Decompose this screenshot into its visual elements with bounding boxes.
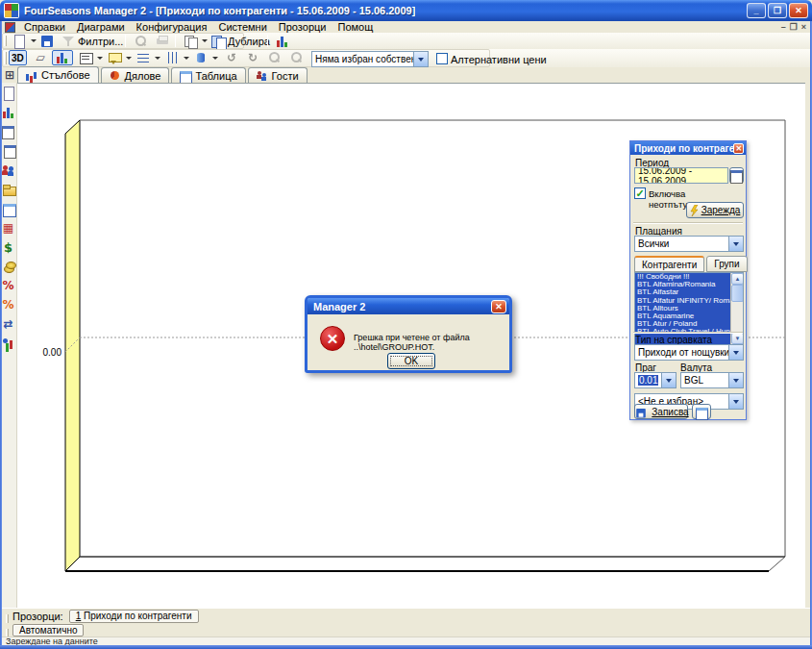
tab-table[interactable]: Таблица — [171, 67, 245, 83]
perspective-button[interactable]: ▱ — [30, 50, 51, 65]
tab-groups[interactable]: Групи — [706, 256, 747, 272]
filters-button[interactable]: Филтри... — [58, 34, 126, 48]
rotate-right-button[interactable]: ↻ — [242, 50, 263, 65]
tab-pie[interactable]: Дялове — [101, 67, 170, 83]
load-button[interactable]: Зарежда — [686, 202, 744, 218]
save-icon — [635, 407, 648, 416]
menu-windows[interactable]: Прозорци — [273, 21, 332, 33]
tab-columns-label: Стълбове — [41, 69, 90, 81]
new-document-icon — [12, 34, 27, 49]
chevron-down-icon[interactable] — [728, 237, 743, 251]
occupancy-grid-icon[interactable]: ▦ — [1, 220, 16, 236]
3d-toggle-button[interactable]: 3D — [9, 50, 27, 65]
labels-button[interactable] — [104, 50, 135, 65]
auto-bar: Автоматично — [2, 623, 810, 637]
payments-icon[interactable] — [1, 259, 16, 274]
legend-button[interactable] — [75, 50, 106, 65]
mdi-close-button[interactable]: × — [801, 22, 806, 32]
panel-title-bar[interactable]: Приходи по контрагенти ✕ — [630, 141, 746, 155]
menu-configuration[interactable]: Конфигурация — [131, 21, 213, 33]
callout-icon — [107, 50, 122, 65]
copy-button[interactable] — [180, 34, 210, 48]
scroll-up-icon[interactable]: ▲ — [731, 273, 744, 285]
report-type-combo[interactable]: Приходи от нощувки — [634, 344, 744, 361]
menu-reports[interactable]: Справки — [18, 21, 71, 33]
table-view-button[interactable] — [692, 404, 711, 419]
period-field[interactable]: 15.06.2009 - 15.06.2009 — [634, 167, 728, 184]
bar-style-button[interactable] — [190, 50, 221, 65]
menu-system[interactable]: Системни — [212, 21, 272, 33]
discount-icon[interactable]: % — [1, 278, 16, 293]
zoom-out-button[interactable] — [263, 50, 284, 65]
tile-windows-icon: ⊞ — [2, 67, 17, 83]
tile-windows-button[interactable]: ⊞ — [2, 67, 17, 83]
chart-icon — [275, 34, 290, 49]
window-tab-button[interactable]: 1 Приходи по контрагенти — [69, 610, 199, 623]
vertical-grid-button[interactable] — [161, 50, 192, 65]
menu-help[interactable]: Помощ — [332, 21, 379, 33]
print-button[interactable] — [152, 34, 173, 48]
title-bar[interactable]: FourSeasons Manager 2 - [Приходи по конт… — [0, 0, 812, 21]
mdi-restore-button[interactable]: ❐ — [790, 22, 798, 32]
folder-icon[interactable] — [1, 182, 16, 197]
include-guests-checkbox[interactable]: ✓ — [634, 187, 646, 199]
dialog-title-bar[interactable]: Manager 2 ✕ — [308, 298, 509, 314]
chevron-down-icon[interactable] — [728, 373, 743, 387]
toolbar-grip[interactable] — [4, 36, 7, 46]
rotate-left-button[interactable]: ↺ — [221, 50, 242, 65]
payments-combo[interactable]: Всички — [634, 236, 744, 252]
minimize-button[interactable]: _ — [747, 3, 766, 18]
new-report-button[interactable] — [9, 34, 39, 48]
chevron-down-icon[interactable] — [661, 373, 676, 387]
revenue-chart-icon[interactable] — [1, 105, 16, 120]
tab-guests[interactable]: Гости — [248, 67, 308, 83]
scroll-down-icon[interactable]: ▼ — [731, 333, 744, 344]
perspective-icon: ▱ — [33, 50, 48, 65]
toolbar-grip[interactable] — [6, 614, 9, 624]
panel-close-button[interactable]: ✕ — [733, 143, 744, 154]
zoom-in-button[interactable] — [285, 50, 307, 65]
chevron-down-icon[interactable] — [413, 52, 428, 66]
restore-button[interactable]: ❐ — [768, 3, 787, 18]
alternative-prices-checkbox[interactable] — [436, 53, 448, 64]
save-button[interactable] — [37, 34, 58, 48]
transfer-icon[interactable]: ⇄ — [1, 316, 16, 332]
rotate-ccw-icon: ↺ — [224, 50, 239, 65]
scroll-thumb[interactable] — [731, 285, 744, 302]
tab-columns[interactable]: Стълбове — [17, 66, 99, 83]
tab-contractors[interactable]: Контрагенти — [634, 256, 704, 272]
calendar-report-icon[interactable] — [3, 143, 18, 159]
chevron-down-icon[interactable] — [728, 345, 743, 360]
document-icon[interactable] — [4, 21, 16, 34]
calendar-icon[interactable] — [1, 124, 16, 139]
chart-button[interactable] — [272, 34, 293, 48]
promo-icon[interactable]: % — [1, 297, 16, 312]
menu-bar: Справки Диаграми Конфигурация Системни П… — [2, 21, 810, 33]
dialog-message: Грешка при четене от файла ..\hotel\GROU… — [354, 333, 509, 352]
dollar-icon[interactable]: $ — [1, 239, 16, 255]
ok-button[interactable]: OK — [387, 353, 435, 369]
guests-report-icon[interactable] — [1, 162, 16, 178]
owner-combo[interactable]: Няма избран собственици — [311, 51, 429, 67]
toolbar-grip[interactable] — [4, 52, 7, 64]
duplicate-button[interactable]: Дублира — [208, 34, 273, 48]
save-report-button[interactable]: Записва — [634, 404, 688, 419]
calendar-picker-button[interactable] — [729, 167, 744, 184]
dialog-close-button[interactable]: ✕ — [491, 300, 506, 313]
currency-combo[interactable]: BGL — [680, 372, 744, 388]
report-type-value: Приходи от нощувки — [638, 347, 728, 358]
horizontal-grid-button[interactable] — [133, 50, 163, 65]
print-preview-button[interactable] — [130, 34, 151, 48]
guest-stats-icon[interactable] — [1, 336, 16, 351]
menu-diagrams[interactable]: Диаграми — [71, 21, 131, 33]
close-button[interactable]: ✕ — [789, 3, 808, 18]
show-values-button[interactable] — [52, 50, 73, 65]
save-report-label: Записва — [652, 407, 688, 417]
calendar-icon — [729, 168, 745, 184]
auto-refresh-button[interactable]: Автоматично — [12, 624, 84, 637]
ledger-icon[interactable] — [1, 201, 16, 216]
threshold-combo[interactable]: 0.01 — [634, 372, 677, 388]
page-refresh-icon[interactable] — [1, 86, 16, 101]
mdi-minimize-button[interactable]: – — [781, 22, 786, 32]
chevron-down-icon[interactable] — [728, 394, 743, 409]
